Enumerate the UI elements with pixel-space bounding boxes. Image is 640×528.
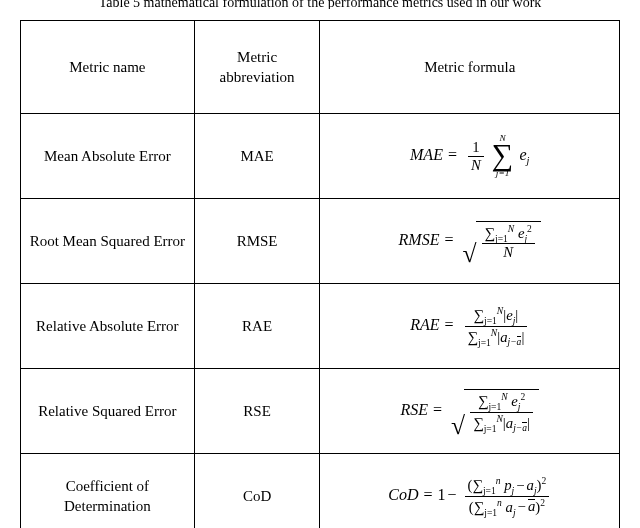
table-row: Mean Absolute Error MAE MAE= 1N N∑j=1 ej	[21, 114, 620, 199]
metric-name-cell: Mean Absolute Error	[21, 114, 195, 199]
metric-formula-cell: RSE= √ ∑j=1N ej2 ∑j=1N|aj−a|	[320, 369, 620, 454]
metric-formula-cell: MAE= 1N N∑j=1 ej	[320, 114, 620, 199]
metric-abbr-cell: RMSE	[194, 199, 320, 284]
table-row: Root Mean Squared Error RMSE RMSE= √ ∑j=…	[21, 199, 620, 284]
metric-formula-cell: RAE= ∑j=1N|ej| ∑j=1N|aj−a|	[320, 284, 620, 369]
formula-rae: RAE= ∑j=1N|ej| ∑j=1N|aj−a|	[410, 305, 529, 348]
table-caption: Table 5 mathematical formulation of the …	[20, 0, 620, 9]
metric-abbr-cell: RAE	[194, 284, 320, 369]
metric-name-cell: Relative Absolute Error	[21, 284, 195, 369]
formula-rmse: RMSE= √ ∑j=1N ej2 N	[399, 221, 541, 262]
formula-mae: MAE= 1N N∑j=1 ej	[410, 134, 529, 178]
table-row: Relative Absolute Error RAE RAE= ∑j=1N|e…	[21, 284, 620, 369]
formula-rse: RSE= √ ∑j=1N ej2 ∑j=1N|aj−a|	[401, 389, 539, 434]
table-row: Coefficient of Determination CoD CoD=1− …	[21, 454, 620, 529]
table-row: Relative Squared Error RSE RSE= √ ∑j=1N …	[21, 369, 620, 454]
metric-formula-cell: RMSE= √ ∑j=1N ej2 N	[320, 199, 620, 284]
metric-name-cell: Coefficient of Determination	[21, 454, 195, 529]
metric-abbr-cell: CoD	[194, 454, 320, 529]
formula-cod: CoD=1− (∑j=1n pj−aj)2 (∑j=1n aj−a)2	[388, 475, 551, 518]
table-header-row: Metric name Metric abbreviation Metric f…	[21, 21, 620, 114]
header-metric-abbr: Metric abbreviation	[194, 21, 320, 114]
header-metric-name: Metric name	[21, 21, 195, 114]
metric-formula-cell: CoD=1− (∑j=1n pj−aj)2 (∑j=1n aj−a)2	[320, 454, 620, 529]
metric-name-cell: Root Mean Squared Error	[21, 199, 195, 284]
metric-name-cell: Relative Squared Error	[21, 369, 195, 454]
metrics-table: Metric name Metric abbreviation Metric f…	[20, 20, 620, 528]
page: Table 5 mathematical formulation of the …	[0, 0, 640, 528]
metric-abbr-cell: RSE	[194, 369, 320, 454]
header-metric-formula: Metric formula	[320, 21, 620, 114]
metric-abbr-cell: MAE	[194, 114, 320, 199]
